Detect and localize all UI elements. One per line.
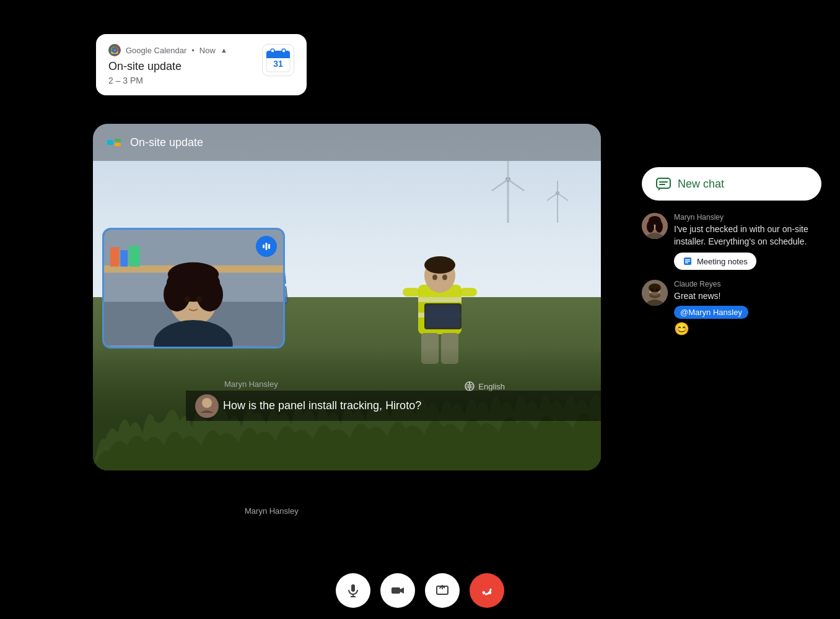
svg-point-6 xyxy=(282,49,286,53)
svg-rect-21 xyxy=(403,288,420,297)
svg-text:31: 31 xyxy=(273,59,283,69)
svg-rect-19 xyxy=(418,297,462,302)
svg-rect-63 xyxy=(488,591,492,594)
svg-point-49 xyxy=(168,262,219,287)
chat-sender-1: Maryn Hansley xyxy=(674,213,821,222)
present-icon xyxy=(435,583,450,598)
svg-line-12 xyxy=(492,180,508,191)
svg-rect-59 xyxy=(392,587,400,594)
meeting-notes-label: Meeting notes xyxy=(697,257,748,266)
chat-message-2: Claude Reyes Great news! @Maryn Hansley … xyxy=(642,280,821,336)
svg-point-1 xyxy=(113,49,116,52)
svg-line-17 xyxy=(547,193,558,201)
mic-icon xyxy=(346,583,361,598)
svg-point-50 xyxy=(184,296,190,303)
new-chat-button[interactable]: New chat xyxy=(642,167,821,201)
new-chat-label: New chat xyxy=(678,178,724,191)
svg-rect-4 xyxy=(266,56,290,58)
meeting-notes-icon xyxy=(683,256,693,266)
svg-line-11 xyxy=(508,180,524,191)
svg-rect-34 xyxy=(115,143,121,146)
audio-indicator xyxy=(256,236,277,257)
gcal-separator: • xyxy=(191,46,195,55)
svg-rect-56 xyxy=(351,584,355,592)
svg-rect-62 xyxy=(482,591,486,594)
chat-text-2: Great news! xyxy=(674,290,821,303)
chat-avatar-maryn xyxy=(642,213,668,239)
svg-rect-28 xyxy=(426,305,460,327)
reaction-emoji: 😊 xyxy=(674,321,821,336)
self-view-container xyxy=(102,228,285,348)
new-chat-icon xyxy=(655,176,672,192)
meet-header: On-site update xyxy=(93,124,601,161)
end-call-icon xyxy=(479,583,494,598)
camera-icon xyxy=(390,583,405,598)
svg-rect-43 xyxy=(129,246,140,266)
svg-rect-64 xyxy=(657,178,670,188)
mic-button[interactable] xyxy=(336,573,370,608)
wind-turbine-2 xyxy=(545,180,570,225)
svg-rect-32 xyxy=(107,140,113,145)
svg-point-72 xyxy=(649,216,661,225)
svg-rect-55 xyxy=(268,244,270,249)
meeting-notes-chip[interactable]: Meeting notes xyxy=(674,253,756,270)
caption-text: How is the panel install tracking, Hirot… xyxy=(223,399,421,412)
mention-chip[interactable]: @Maryn Hansley xyxy=(674,306,748,319)
chat-avatar-claude xyxy=(642,280,668,306)
svg-rect-42 xyxy=(120,250,128,266)
svg-point-36 xyxy=(202,398,212,408)
gcal-time: Now xyxy=(199,46,216,55)
svg-point-83 xyxy=(656,288,659,292)
end-call-button[interactable] xyxy=(470,573,504,608)
chat-panel: New chat Maryn Hansley I've just checked… xyxy=(642,167,821,346)
chat-content-2: Claude Reyes Great news! @Maryn Hansley … xyxy=(674,280,821,336)
svg-point-80 xyxy=(649,284,661,292)
caption-speaker-avatar xyxy=(195,394,219,418)
chat-sender-2: Claude Reyes xyxy=(674,280,821,288)
settings-icon xyxy=(465,381,475,391)
gcal-content: Google Calendar • Now ▲ On-site update 2… xyxy=(108,44,227,85)
captions-bar: Maryn Hansley How is the panel install t… xyxy=(186,391,601,421)
chat-content-1: Maryn Hansley I've just checked in with … xyxy=(674,213,821,270)
meet-event-title: On-site update xyxy=(130,136,203,149)
svg-rect-33 xyxy=(115,139,121,142)
gcal-calendar-icon: 31 xyxy=(262,44,294,76)
present-button[interactable] xyxy=(425,573,460,608)
chat-text-1: I've just checked in with our on-site in… xyxy=(674,223,821,248)
svg-rect-22 xyxy=(460,288,477,297)
svg-point-29 xyxy=(432,275,437,280)
svg-point-81 xyxy=(649,292,660,298)
meet-logo-icon xyxy=(105,134,123,151)
camera-button[interactable] xyxy=(380,573,415,608)
gcal-app-icon xyxy=(108,44,121,56)
gcal-app-name: Google Calendar xyxy=(126,46,186,55)
svg-point-5 xyxy=(271,49,274,53)
wind-turbine-1 xyxy=(489,161,527,225)
svg-point-30 xyxy=(442,275,447,280)
audio-waves-icon xyxy=(261,241,272,252)
caption-name-overlay: Maryn Hansley xyxy=(245,506,299,516)
language-label: English xyxy=(478,382,505,391)
svg-point-51 xyxy=(196,296,203,303)
svg-line-16 xyxy=(558,193,568,201)
gcal-event-title: On-site update xyxy=(108,60,227,73)
svg-point-26 xyxy=(424,256,455,274)
control-bar xyxy=(0,573,840,608)
caption-speaker-name: Maryn Hansley xyxy=(224,379,278,389)
svg-rect-54 xyxy=(266,243,268,250)
gcal-header: Google Calendar • Now ▲ xyxy=(108,44,227,56)
language-badge[interactable]: English xyxy=(465,381,505,391)
svg-point-82 xyxy=(651,288,654,292)
svg-rect-53 xyxy=(263,245,265,248)
svg-rect-41 xyxy=(110,247,120,266)
gcal-chevron: ▲ xyxy=(221,46,227,54)
gcal-event-time: 2 – 3 PM xyxy=(108,76,227,85)
gcal-notification: Google Calendar • Now ▲ On-site update 2… xyxy=(96,34,307,95)
chat-message-1: Maryn Hansley I've just checked in with … xyxy=(642,213,821,270)
